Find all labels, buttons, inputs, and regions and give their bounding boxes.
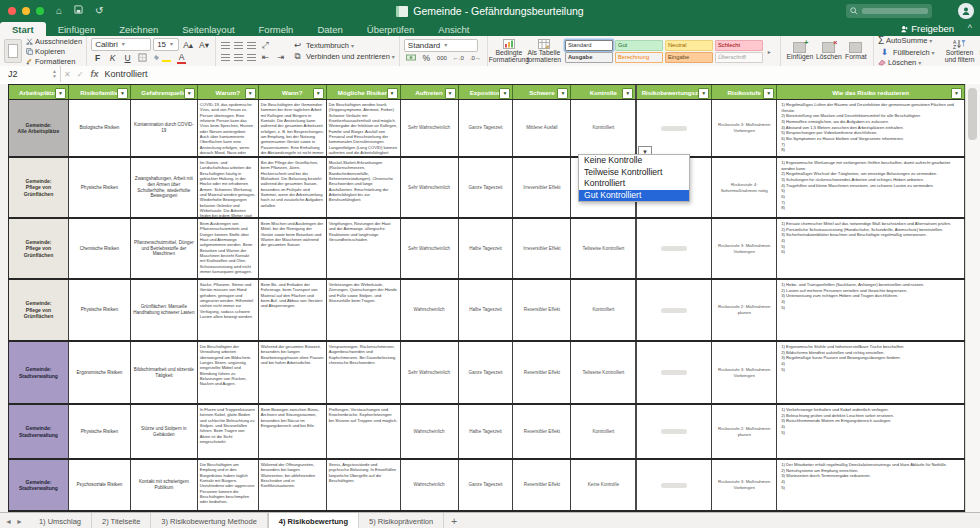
ribbon-tab-formeln[interactable]: Formeln	[247, 22, 306, 36]
italic-button[interactable]: K	[106, 53, 119, 63]
cell-exposure-row2[interactable]: Ganze Tageszeit	[459, 158, 514, 217]
orientation-button[interactable]: ⤢	[259, 40, 272, 51]
column-header-9[interactable]: Schwere▼	[513, 85, 571, 99]
confirm-entry-icon[interactable]: ✓	[77, 70, 84, 79]
cell-level-row2[interactable]: Risikostufe 4: Sofortmaßnahmen nötig	[712, 158, 777, 217]
formula-input[interactable]: Kontrolliert	[104, 69, 147, 79]
cell-level-row7[interactable]: Risikostufe 3: Maßnahmen Vorbringen	[712, 460, 777, 510]
cell-family-row1[interactable]: Biologische Risiken	[69, 100, 131, 156]
search-input[interactable]	[846, 4, 932, 18]
align-bottom-icon[interactable]	[247, 42, 256, 49]
home-icon[interactable]: ⌂	[56, 0, 62, 22]
cell-occurrence-row5[interactable]: Sehr Wahrscheinlich	[401, 342, 459, 403]
cell-when-row6[interactable]: Beim Bewegen zwischen Büros, Archiven un…	[259, 405, 327, 458]
filter-icon[interactable]: ▼	[698, 88, 709, 99]
cell-style-ausgabe[interactable]: Ausgabe	[565, 52, 613, 63]
column-header-8[interactable]: Exposition▼	[459, 85, 514, 99]
sheet-tab[interactable]: 1) Umschlag	[29, 513, 92, 528]
dropdown-option[interactable]: Gut Kontrolliert	[579, 190, 689, 202]
dropdown-option[interactable]: Keine Kontrolle	[579, 155, 689, 167]
column-header-5[interactable]: Wann?▼	[259, 85, 327, 99]
cell-why-row1[interactable]: COVID-19, das epidemische Virus, wird vo…	[198, 100, 259, 156]
close-window-icon[interactable]	[8, 7, 16, 15]
filter-icon[interactable]: ▼	[763, 88, 774, 99]
cell-level-row1[interactable]: Risikostufe 3: Maßnahmen Vorbringen	[712, 100, 777, 156]
cell-when-row3[interactable]: Beim Mischen und Ausbringen der Mittel, …	[259, 219, 327, 278]
cell-workplace-row1[interactable]: Gemeinde: Alle Arbeitsplätze	[9, 100, 69, 156]
ribbon-tab-seitenlayout[interactable]: Seitenlayout	[170, 22, 246, 36]
cell-exposure-row4[interactable]: Halbe Tageszeit	[459, 280, 514, 340]
filter-icon[interactable]: ▼	[184, 88, 195, 99]
cell-severity-row5[interactable]: Reversibler Effekt	[513, 342, 571, 403]
fill-color-button[interactable]	[151, 53, 173, 63]
decrease-font-button[interactable]: A▾	[197, 40, 211, 50]
cell-family-row5[interactable]: Ergonomische Risiken	[69, 342, 131, 403]
save-icon[interactable]	[74, 0, 83, 22]
cell-occurrence-row2[interactable]: Sehr Wahrscheinlich	[401, 158, 459, 217]
column-header-13[interactable]: Wie das Risiko reduzieren▼	[777, 85, 965, 99]
delete-cells-button[interactable]: × Löschen	[815, 42, 843, 60]
underline-button[interactable]: U	[121, 53, 134, 63]
increase-decimal-icon[interactable]: ←.0	[451, 55, 466, 61]
column-header-4[interactable]: Warum?▼	[198, 85, 259, 99]
column-header-2[interactable]: Risikofamilie▼	[69, 85, 131, 99]
cell-workplace-row4[interactable]: Gemeinde: Pflege von Grünflächen	[9, 280, 69, 340]
autosum-button[interactable]: ΣAutoSumme▾	[878, 35, 935, 46]
align-middle-icon[interactable]	[234, 42, 243, 49]
cell-score-row3[interactable]	[637, 219, 712, 278]
filter-icon[interactable]: ▼	[499, 88, 510, 99]
cell-control-row4[interactable]: Kontrolliert	[571, 280, 637, 340]
cell-control-row3[interactable]: Teilweise Kontrolliert	[571, 219, 637, 278]
fill-button[interactable]: ⬇Füllbereich▾	[878, 47, 935, 57]
cell-family-row4[interactable]: Physische Risiken	[69, 280, 131, 340]
cell-why-row6[interactable]: In Fluren und Treppenhäusern können Kabe…	[198, 405, 259, 458]
currency-button[interactable]	[404, 53, 418, 63]
filter-icon[interactable]: ▼	[245, 88, 256, 99]
cell-score-row7[interactable]	[637, 460, 712, 510]
cell-level-row6[interactable]: Risikostufe 2: Maßnahmen planen	[712, 405, 777, 458]
cell-source-row4[interactable]: Grünflächen: Manuelle Handhabung schwere…	[131, 280, 198, 340]
filter-icon[interactable]: ▼	[951, 88, 962, 99]
align-right-icon[interactable]	[247, 54, 256, 61]
cell-control-row6[interactable]: Kontrolliert	[571, 405, 637, 458]
align-left-icon[interactable]	[221, 54, 230, 61]
cell-family-row6[interactable]: Physische Risiken	[69, 405, 131, 458]
column-header-11[interactable]: Risikobewertungszahl▼	[637, 85, 712, 99]
wrap-text-button[interactable]: ↩Textumbruch▾	[291, 40, 395, 50]
cell-reduce-row4[interactable]: 1) Hebe- und Transporthilfen (Sackkarre,…	[777, 280, 965, 340]
sheet-nav-right-icon[interactable]: ►	[16, 518, 23, 525]
cell-score-row4[interactable]	[637, 280, 712, 340]
cell-family-row2[interactable]: Physische Risiken	[69, 158, 131, 217]
cell-when-row1[interactable]: Die Beschäftigten der Gemeinden kommen b…	[259, 100, 327, 156]
vertical-scrollbar[interactable]	[965, 84, 980, 512]
dropdown-option[interactable]: Kontrolliert	[579, 178, 689, 190]
cell-exposure-row6[interactable]: Halbe Tageszeit	[459, 405, 514, 458]
cell-severity-row3[interactable]: Irreversibler Effekt	[513, 219, 571, 278]
undo-icon[interactable]: ↺	[95, 0, 103, 22]
sheet-tab[interactable]: 2) Titelseite	[92, 513, 151, 528]
maximize-window-icon[interactable]	[36, 7, 44, 15]
bold-button[interactable]: F	[91, 53, 104, 63]
cell-workplace-row3[interactable]: Gemeinde: Pflege von Grünflächen	[9, 219, 69, 278]
cell-occurrence-row1[interactable]: Sehr Wahrscheinlich	[401, 100, 459, 156]
sheet-nav-left-icon[interactable]: ◄	[5, 518, 12, 525]
cell-occurrence-row4[interactable]: Wahrscheinlich	[401, 280, 459, 340]
cell-reduce-row1[interactable]: 1) Regelmäßiges Lüften der Räume und Des…	[777, 100, 965, 156]
cell-level-row3[interactable]: Risikostufe 3: Maßnahmen Vorbringen	[712, 219, 777, 278]
cell-occurrence-row3[interactable]: Sehr Wahrscheinlich	[401, 219, 459, 278]
decrease-indent-icon[interactable]: ⇤	[259, 52, 272, 62]
collapse-ribbon-icon[interactable]: ^	[968, 23, 972, 33]
cancel-entry-icon[interactable]: ✕	[64, 70, 71, 79]
percent-button[interactable]: %	[420, 53, 433, 63]
cell-severity-row1[interactable]: Mittlerer Ausfall	[513, 100, 571, 156]
cell-level-row5[interactable]: Risikostufe 3: Maßnahmen Vorbringen	[712, 342, 777, 403]
cell-reduce-row7[interactable]: 1) Der Mitarbeiter erhält regelmäßig Dee…	[777, 460, 965, 510]
ribbon-tab-daten[interactable]: Daten	[305, 22, 354, 36]
dropdown-option[interactable]: Teilweise Kontrolliert	[579, 167, 689, 179]
column-header-12[interactable]: Risikostufe▼	[712, 85, 777, 99]
cell-reduce-row5[interactable]: 1) Ergonomische Stühle und höhenverstell…	[777, 342, 965, 403]
filter-icon[interactable]: ▼	[622, 88, 633, 99]
cell-exposure-row1[interactable]: Ganze Tageszeit	[459, 100, 514, 156]
cell-exposure-row7[interactable]: Ganze Tageszeit	[459, 460, 514, 510]
copy-button[interactable]: Kopieren	[26, 47, 82, 56]
